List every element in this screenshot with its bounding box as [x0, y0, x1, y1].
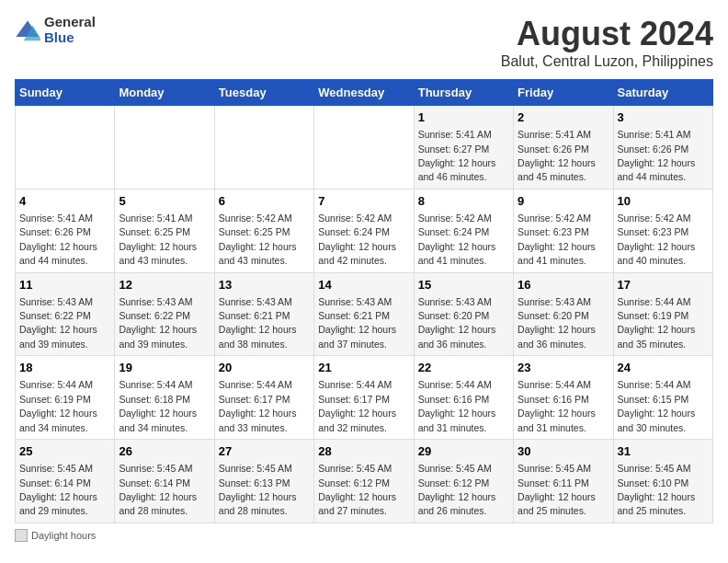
- day-info: Sunrise: 5:45 AM Sunset: 6:12 PM Dayligh…: [418, 463, 496, 516]
- day-number: 15: [418, 277, 509, 293]
- day-cell: 19Sunrise: 5:44 AM Sunset: 6:18 PM Dayli…: [115, 356, 214, 440]
- day-info: Sunrise: 5:44 AM Sunset: 6:19 PM Dayligh…: [618, 296, 696, 350]
- day-number: 16: [518, 277, 609, 293]
- day-cell: 29Sunrise: 5:45 AM Sunset: 6:12 PM Dayli…: [414, 440, 513, 523]
- day-info: Sunrise: 5:44 AM Sunset: 6:16 PM Dayligh…: [418, 379, 496, 432]
- day-cell: 24Sunrise: 5:44 AM Sunset: 6:15 PM Dayli…: [613, 356, 712, 440]
- day-info: Sunrise: 5:41 AM Sunset: 6:25 PM Dayligh…: [119, 213, 197, 266]
- day-info: Sunrise: 5:41 AM Sunset: 6:26 PM Dayligh…: [19, 213, 97, 266]
- day-cell: 13Sunrise: 5:43 AM Sunset: 6:21 PM Dayli…: [214, 272, 313, 356]
- legend-item: Daylight hours: [15, 529, 96, 542]
- day-number: 31: [618, 443, 709, 460]
- day-cell: 26Sunrise: 5:45 AM Sunset: 6:14 PM Dayli…: [115, 440, 214, 523]
- footer: Daylight hours: [15, 529, 713, 542]
- day-cell: 20Sunrise: 5:44 AM Sunset: 6:17 PM Dayli…: [214, 356, 313, 440]
- page-title: August 2024: [501, 15, 713, 53]
- day-info: Sunrise: 5:42 AM Sunset: 6:24 PM Dayligh…: [318, 213, 396, 266]
- day-number: 26: [119, 443, 210, 460]
- day-cell: 15Sunrise: 5:43 AM Sunset: 6:20 PM Dayli…: [414, 272, 513, 356]
- week-row-1: 1Sunrise: 5:41 AM Sunset: 6:27 PM Daylig…: [16, 106, 713, 190]
- day-number: 11: [19, 277, 110, 293]
- day-info: Sunrise: 5:41 AM Sunset: 6:26 PM Dayligh…: [618, 129, 696, 182]
- page-subtitle: Balut, Central Luzon, Philippines: [501, 53, 713, 70]
- day-cell: 22Sunrise: 5:44 AM Sunset: 6:16 PM Dayli…: [414, 356, 513, 440]
- day-info: Sunrise: 5:45 AM Sunset: 6:14 PM Dayligh…: [119, 463, 197, 516]
- day-info: Sunrise: 5:42 AM Sunset: 6:25 PM Dayligh…: [219, 213, 297, 266]
- day-cell: 16Sunrise: 5:43 AM Sunset: 6:20 PM Dayli…: [514, 272, 613, 356]
- day-number: 9: [518, 193, 609, 210]
- day-number: 1: [418, 109, 509, 126]
- day-number: 18: [19, 360, 110, 376]
- week-row-5: 25Sunrise: 5:45 AM Sunset: 6:14 PM Dayli…: [16, 440, 713, 523]
- day-cell: 3Sunrise: 5:41 AM Sunset: 6:26 PM Daylig…: [613, 106, 712, 190]
- header-cell-sunday: Sunday: [16, 80, 115, 106]
- day-number: 3: [618, 109, 709, 126]
- logo-general: General: [44, 15, 96, 30]
- calendar-table: SundayMondayTuesdayWednesdayThursdayFrid…: [15, 79, 713, 523]
- day-number: 30: [518, 443, 609, 460]
- header-cell-friday: Friday: [514, 80, 613, 106]
- day-cell: 1Sunrise: 5:41 AM Sunset: 6:27 PM Daylig…: [414, 106, 513, 190]
- day-cell: 12Sunrise: 5:43 AM Sunset: 6:22 PM Dayli…: [115, 272, 214, 356]
- day-cell: 31Sunrise: 5:45 AM Sunset: 6:10 PM Dayli…: [613, 440, 712, 523]
- day-number: 23: [518, 360, 609, 376]
- day-number: 25: [19, 443, 110, 460]
- day-number: 13: [219, 277, 310, 293]
- day-info: Sunrise: 5:42 AM Sunset: 6:24 PM Dayligh…: [418, 213, 496, 266]
- calendar-body: 1Sunrise: 5:41 AM Sunset: 6:27 PM Daylig…: [16, 106, 713, 523]
- day-info: Sunrise: 5:44 AM Sunset: 6:15 PM Dayligh…: [618, 379, 696, 432]
- header-cell-saturday: Saturday: [613, 80, 712, 106]
- day-info: Sunrise: 5:45 AM Sunset: 6:11 PM Dayligh…: [518, 463, 596, 516]
- day-info: Sunrise: 5:45 AM Sunset: 6:12 PM Dayligh…: [318, 463, 396, 516]
- day-info: Sunrise: 5:43 AM Sunset: 6:22 PM Dayligh…: [19, 296, 97, 350]
- day-cell: 8Sunrise: 5:42 AM Sunset: 6:24 PM Daylig…: [414, 189, 513, 272]
- day-cell: 17Sunrise: 5:44 AM Sunset: 6:19 PM Dayli…: [613, 272, 712, 356]
- logo: General Blue: [15, 15, 96, 45]
- day-info: Sunrise: 5:45 AM Sunset: 6:14 PM Dayligh…: [19, 463, 97, 516]
- logo-icon: [15, 17, 40, 43]
- day-number: 20: [219, 360, 310, 376]
- day-number: 8: [418, 193, 509, 210]
- day-info: Sunrise: 5:43 AM Sunset: 6:21 PM Dayligh…: [219, 296, 297, 350]
- week-row-3: 11Sunrise: 5:43 AM Sunset: 6:22 PM Dayli…: [16, 272, 713, 356]
- day-cell: 4Sunrise: 5:41 AM Sunset: 6:26 PM Daylig…: [16, 189, 115, 272]
- day-number: 12: [119, 277, 210, 293]
- day-number: 2: [518, 109, 609, 126]
- day-cell: [314, 106, 414, 190]
- day-info: Sunrise: 5:41 AM Sunset: 6:27 PM Dayligh…: [418, 129, 496, 182]
- header-row: SundayMondayTuesdayWednesdayThursdayFrid…: [16, 80, 713, 106]
- day-number: 22: [418, 360, 509, 376]
- header-cell-thursday: Thursday: [414, 80, 513, 106]
- day-number: 29: [418, 443, 509, 460]
- day-cell: 14Sunrise: 5:43 AM Sunset: 6:21 PM Dayli…: [314, 272, 414, 356]
- day-number: 28: [318, 443, 409, 460]
- header-cell-monday: Monday: [115, 80, 214, 106]
- day-cell: 21Sunrise: 5:44 AM Sunset: 6:17 PM Dayli…: [314, 356, 414, 440]
- day-cell: 6Sunrise: 5:42 AM Sunset: 6:25 PM Daylig…: [214, 189, 313, 272]
- legend-color: [15, 529, 28, 542]
- day-number: 17: [618, 277, 709, 293]
- day-number: 6: [219, 193, 310, 210]
- page-header: General Blue August 2024 Balut, Central …: [15, 15, 713, 70]
- day-number: 14: [318, 277, 409, 293]
- day-info: Sunrise: 5:43 AM Sunset: 6:22 PM Dayligh…: [119, 296, 197, 350]
- week-row-4: 18Sunrise: 5:44 AM Sunset: 6:19 PM Dayli…: [16, 356, 713, 440]
- day-cell: 18Sunrise: 5:44 AM Sunset: 6:19 PM Dayli…: [16, 356, 115, 440]
- day-info: Sunrise: 5:41 AM Sunset: 6:26 PM Dayligh…: [518, 129, 596, 182]
- day-cell: 2Sunrise: 5:41 AM Sunset: 6:26 PM Daylig…: [514, 106, 613, 190]
- day-number: 19: [119, 360, 210, 376]
- day-info: Sunrise: 5:44 AM Sunset: 6:17 PM Dayligh…: [219, 379, 297, 432]
- week-row-2: 4Sunrise: 5:41 AM Sunset: 6:26 PM Daylig…: [16, 189, 713, 272]
- day-number: 7: [318, 193, 409, 210]
- day-number: 10: [618, 193, 709, 210]
- day-cell: 25Sunrise: 5:45 AM Sunset: 6:14 PM Dayli…: [16, 440, 115, 523]
- day-info: Sunrise: 5:44 AM Sunset: 6:17 PM Dayligh…: [318, 379, 396, 432]
- day-number: 24: [618, 360, 709, 376]
- day-info: Sunrise: 5:45 AM Sunset: 6:10 PM Dayligh…: [618, 463, 696, 516]
- day-info: Sunrise: 5:42 AM Sunset: 6:23 PM Dayligh…: [618, 213, 696, 266]
- day-number: 27: [219, 443, 310, 460]
- day-number: 5: [119, 193, 210, 210]
- day-cell: 9Sunrise: 5:42 AM Sunset: 6:23 PM Daylig…: [514, 189, 613, 272]
- logo-blue: Blue: [44, 30, 96, 46]
- day-info: Sunrise: 5:43 AM Sunset: 6:20 PM Dayligh…: [518, 296, 596, 350]
